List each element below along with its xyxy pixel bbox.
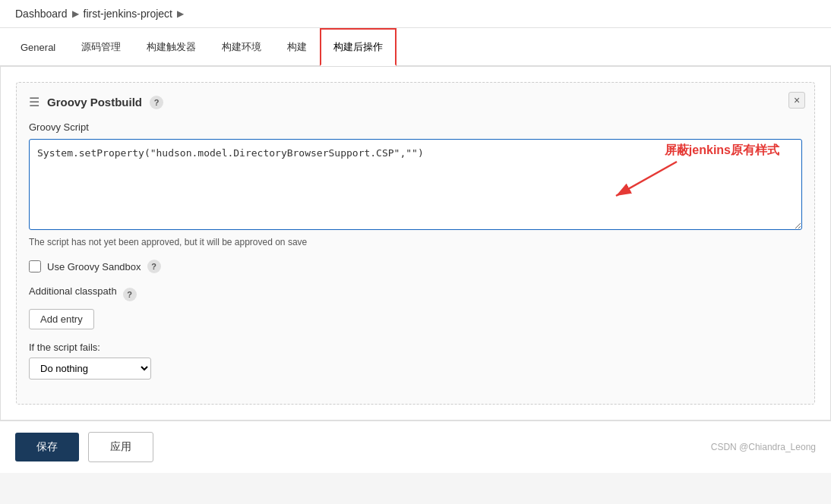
bottom-bar: 保存 应用 CSDN @Chiandra_Leong <box>0 421 831 473</box>
watermark: CSDN @Chiandra_Leong <box>711 442 816 452</box>
classpath-help-icon[interactable]: ? <box>123 288 137 301</box>
tab-env[interactable]: 构建环境 <box>209 29 274 65</box>
script-fails-select[interactable]: Do nothing Mark as failed Mark as unstab… <box>29 358 151 380</box>
tab-general[interactable]: General <box>8 30 68 64</box>
script-hint: The script has not yet been approved, bu… <box>29 237 802 247</box>
sandbox-label[interactable]: Use Groovy Sandbox <box>47 261 141 272</box>
drag-icon: ☰ <box>29 95 39 109</box>
tab-trigger[interactable]: 构建触发器 <box>134 29 209 65</box>
close-button[interactable]: × <box>788 92 805 109</box>
groovy-script-input[interactable] <box>29 139 802 230</box>
save-button[interactable]: 保存 <box>15 433 79 461</box>
tab-build[interactable]: 构建 <box>274 29 320 65</box>
breadcrumb-project[interactable]: first-jenkins-project <box>84 8 172 20</box>
script-fails-section: If the script fails: Do nothing Mark as … <box>29 342 802 380</box>
sandbox-checkbox[interactable] <box>29 260 41 272</box>
sandbox-row: Use Groovy Sandbox ? <box>29 260 802 273</box>
plugin-card-header: ☰ Groovy Postbuild ? <box>29 95 802 109</box>
annotation-container: 屏蔽jenkins原有样式 <box>29 139 802 232</box>
sandbox-help-icon[interactable]: ? <box>147 260 161 273</box>
groovy-script-section: Groovy Script 屏蔽jenkins原有样式 The script h… <box>29 121 802 247</box>
tabs-bar: General 源码管理 构建触发器 构建环境 构建 构建后操作 <box>0 28 831 66</box>
groovy-script-label: Groovy Script <box>29 121 802 133</box>
add-entry-button[interactable]: Add entry <box>29 309 94 329</box>
plugin-title: Groovy Postbuild <box>47 96 142 109</box>
apply-button[interactable]: 应用 <box>88 432 153 462</box>
tab-post-build[interactable]: 构建后操作 <box>320 28 397 66</box>
main-panel: ☰ Groovy Postbuild ? × Groovy Script <box>0 66 831 421</box>
classpath-section: Additional classpath ? Add entry <box>29 285 802 329</box>
tab-source[interactable]: 源码管理 <box>68 29 134 65</box>
breadcrumb-arrow-1: ▶ <box>72 8 79 19</box>
classpath-label: Additional classpath <box>29 285 117 297</box>
plugin-card-groovy: ☰ Groovy Postbuild ? × Groovy Script <box>16 82 815 405</box>
plugin-help-icon[interactable]: ? <box>150 96 163 109</box>
annotation-arrow-svg <box>593 154 684 207</box>
breadcrumb-dashboard[interactable]: Dashboard <box>15 8 68 20</box>
breadcrumb-arrow-2: ▶ <box>177 8 184 19</box>
svg-line-1 <box>616 162 677 196</box>
script-fails-label: If the script fails: <box>29 342 802 353</box>
breadcrumb: Dashboard ▶ first-jenkins-project ▶ <box>0 0 831 28</box>
